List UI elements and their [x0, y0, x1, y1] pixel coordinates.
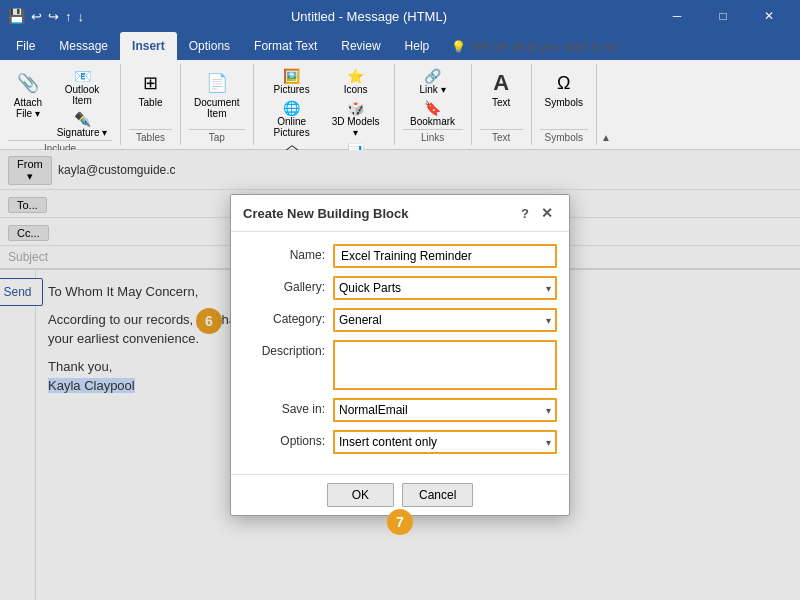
include-buttons: 📎 AttachFile ▾ 📧 Outlook Item ✒️ Signatu… [8, 66, 112, 140]
ribbon: 📎 AttachFile ▾ 📧 Outlook Item ✒️ Signatu… [0, 60, 800, 150]
cancel-button[interactable]: Cancel [402, 483, 473, 507]
ok-button[interactable]: OK [327, 483, 394, 507]
save-in-label: Save in: [243, 398, 333, 416]
window-title: Untitled - Message (HTML) [84, 9, 654, 24]
save-in-select-wrapper: NormalEmail [333, 398, 557, 422]
category-label: Category: [243, 308, 333, 326]
tab-options[interactable]: Options [177, 32, 242, 60]
icons-label: Icons [344, 84, 368, 95]
text-buttons: A Text [481, 66, 521, 129]
ribbon-group-symbols: Ω Symbols Symbols [532, 64, 597, 145]
dialog-body: Name: Gallery: Quick Parts AutoText Docu… [231, 232, 569, 474]
signature-button[interactable]: ✒️ Signature ▾ [52, 109, 112, 140]
ribbon-group-tables: ⊞ Table Tables [121, 64, 181, 145]
name-input[interactable] [333, 244, 557, 268]
gallery-select[interactable]: Quick Parts AutoText Document Property F… [333, 276, 557, 300]
undo-icon[interactable]: ↩ [31, 9, 42, 24]
symbols-buttons: Ω Symbols [540, 66, 588, 129]
badge-7-label: 7 [396, 514, 404, 530]
ribbon-group-tap: 📄 DocumentItem Tap [181, 64, 254, 145]
text-button[interactable]: A Text [481, 66, 521, 111]
save-icon[interactable]: 💾 [8, 8, 25, 24]
online-pictures-icon: 🌐 [283, 100, 300, 116]
bookmark-button[interactable]: 🔖 Bookmark [403, 98, 463, 129]
link-label: Link ▾ [420, 84, 446, 95]
ribbon-tabs: File Message Insert Options Format Text … [0, 32, 800, 60]
symbols-label: Symbols [545, 97, 583, 108]
name-label: Name: [243, 244, 333, 262]
dialog-help-button[interactable]: ? [521, 206, 529, 221]
tell-me-text: Tell me what you want to do [470, 40, 618, 54]
window-controls: ─ □ ✕ [654, 0, 792, 32]
icons-models-group: ⭐ Icons 🎲 3D Models ▾ 📊 [326, 66, 386, 161]
ribbon-group-illustrations: 🖼️ Pictures 🌐 Online Pictures ⬠ Shapes ~… [254, 64, 395, 145]
minimize-button[interactable]: ─ [654, 0, 700, 32]
lightbulb-icon: 💡 [451, 40, 466, 54]
text-label: Text [480, 129, 523, 143]
save-in-row: Save in: NormalEmail [243, 398, 557, 422]
options-select[interactable]: Insert content only Insert content in it… [333, 430, 557, 454]
description-textarea[interactable] [333, 340, 557, 390]
text-label: Text [492, 97, 510, 108]
ribbon-expand[interactable]: ▲ [597, 64, 615, 145]
description-row: Description: [243, 340, 557, 390]
tab-file[interactable]: File [4, 32, 47, 60]
3d-models-button[interactable]: 🎲 3D Models ▾ [326, 98, 386, 140]
up-icon[interactable]: ↑ [65, 9, 72, 24]
dialog-title-actions: ? ✕ [521, 203, 557, 223]
table-icon: ⊞ [137, 69, 165, 97]
tab-message[interactable]: Message [47, 32, 120, 60]
attach-file-button[interactable]: 📎 AttachFile ▾ [8, 66, 48, 122]
signature-label: Signature ▾ [57, 127, 108, 138]
category-select-wrapper: General Built-In [333, 308, 557, 332]
symbols-button[interactable]: Ω Symbols [540, 66, 588, 111]
ribbon-group-include: 📎 AttachFile ▾ 📧 Outlook Item ✒️ Signatu… [0, 64, 121, 145]
save-in-select[interactable]: NormalEmail [333, 398, 557, 422]
signature-icon: ✒️ [74, 111, 91, 127]
tap-buttons: 📄 DocumentItem [189, 66, 245, 129]
pictures-icon: 🖼️ [283, 68, 300, 84]
description-label: Description: [243, 340, 333, 358]
ribbon-group-text: A Text Text [472, 64, 532, 145]
dialog-close-button[interactable]: ✕ [537, 203, 557, 223]
gallery-select-wrapper: Quick Parts AutoText Document Property F… [333, 276, 557, 300]
pictures-button[interactable]: 🖼️ Pictures [262, 66, 322, 97]
table-button[interactable]: ⊞ Table [131, 66, 171, 111]
dialog-title: Create New Building Block [243, 206, 408, 221]
close-button[interactable]: ✕ [746, 0, 792, 32]
outlook-item-button[interactable]: 📧 Outlook Item [52, 66, 112, 108]
dialog-title-bar: Create New Building Block ? ✕ [231, 195, 569, 232]
symbols-group-label: Symbols [540, 129, 588, 143]
link-button[interactable]: 🔗 Link ▾ [403, 66, 463, 97]
bookmark-icon: 🔖 [424, 100, 441, 116]
icons-button[interactable]: ⭐ Icons [326, 66, 386, 97]
restore-button[interactable]: □ [700, 0, 746, 32]
document-item-label: DocumentItem [194, 97, 240, 119]
link-bookmark-group: 🔗 Link ▾ 🔖 Bookmark [403, 66, 463, 129]
modal-overlay: Create New Building Block ? ✕ Name: Gall… [0, 150, 800, 600]
step-badge-7: 7 [387, 509, 413, 535]
tab-help[interactable]: Help [393, 32, 442, 60]
tap-label: Tap [189, 129, 245, 143]
bookmark-label: Bookmark [410, 116, 455, 127]
outlook-item-icon: 📧 [74, 68, 91, 84]
3d-models-icon: 🎲 [347, 100, 364, 116]
outlook-item-label: Outlook Item [56, 84, 108, 106]
tab-insert[interactable]: Insert [120, 32, 177, 60]
tab-review[interactable]: Review [329, 32, 392, 60]
tab-format-text[interactable]: Format Text [242, 32, 329, 60]
category-select[interactable]: General Built-In [333, 308, 557, 332]
icons-icon: ⭐ [347, 68, 364, 84]
pictures-label: Pictures [274, 84, 310, 95]
outlook-signature-group: 📧 Outlook Item ✒️ Signature ▾ [52, 66, 112, 140]
name-row: Name: [243, 244, 557, 268]
redo-icon[interactable]: ↪ [48, 9, 59, 24]
document-item-button[interactable]: 📄 DocumentItem [189, 66, 245, 122]
links-buttons: 🔗 Link ▾ 🔖 Bookmark [403, 66, 463, 129]
title-bar-left: 💾 ↩ ↪ ↑ ↓ [8, 8, 84, 24]
tell-me-input[interactable]: 💡 Tell me what you want to do [451, 40, 618, 54]
tables-label: Tables [129, 129, 172, 143]
online-pictures-button[interactable]: 🌐 Online Pictures [262, 98, 322, 140]
table-label: Table [139, 97, 163, 108]
expand-icon: ▲ [601, 132, 611, 143]
